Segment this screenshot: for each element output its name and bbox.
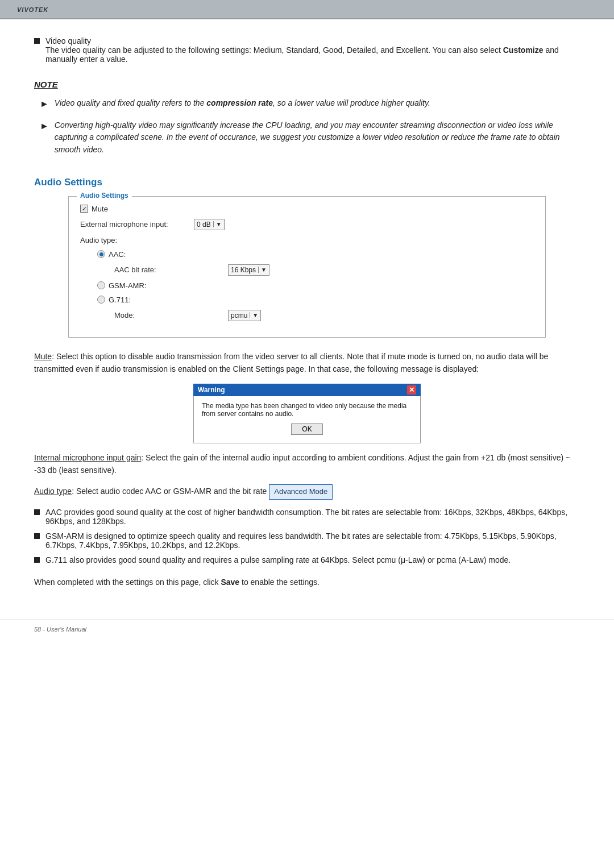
g711-radio[interactable] — [97, 296, 105, 304]
aac-bitrate-select[interactable]: 16 Kbps ▼ — [228, 264, 269, 276]
warning-title-bar: Warning ✕ — [193, 384, 421, 396]
ext-mic-dropdown-arrow: ▼ — [213, 221, 222, 227]
footer-text: 58 - User's Manual — [34, 626, 86, 633]
aac-bitrate-label: AAC bit rate: — [114, 265, 228, 274]
warning-message: The media type has been changed to video… — [202, 402, 412, 418]
ext-mic-label: External microphone input: — [80, 220, 194, 229]
settings-box-title: Audio Settings — [77, 192, 132, 200]
aac-bitrate-arrow: ▼ — [258, 267, 267, 273]
main-content: Video quality The video quality can be a… — [0, 19, 614, 620]
aac-radio-dot — [99, 252, 103, 256]
aac-radio-row: AAC: — [97, 250, 534, 259]
gsm-label: GSM-AMR: — [109, 281, 146, 290]
video-quality-section: Video quality The video quality can be a… — [34, 36, 580, 64]
footer: 58 - User's Manual — [0, 620, 614, 638]
aac-bullet-text: AAC provides good sound quality at the c… — [45, 508, 580, 526]
save-bold: Save — [221, 578, 239, 587]
warning-close-button[interactable]: ✕ — [407, 385, 416, 394]
gsm-radio-row: GSM-AMR: — [97, 281, 534, 290]
mode-select[interactable]: pcmu ▼ — [228, 310, 261, 321]
bullet-icon-aac — [34, 509, 40, 515]
audio-settings-box: Audio Settings ✓ Mute External microphon… — [68, 196, 546, 338]
aac-label: AAC: — [109, 250, 126, 259]
ext-mic-row: External microphone input: 0 dB ▼ — [80, 219, 534, 230]
brand-logo: VIVOTEK — [17, 6, 48, 13]
note-arrow-icon: ► — [40, 97, 49, 111]
audio-type-paragraph: Audio type: Select audio codec AAC or GS… — [34, 484, 580, 500]
final-paragraph: When completed with the settings on this… — [34, 576, 580, 588]
video-quality-text: Video quality The video quality can be a… — [45, 36, 580, 64]
note-item-2: ► Converting high-quality video may sign… — [40, 119, 580, 156]
note-item-1: ► Video quality and fixed quality refers… — [40, 97, 580, 111]
g711-bullet-item: G.711 also provides good sound quality a… — [34, 555, 580, 564]
internal-mic-label: Internal microphone input gain — [34, 453, 141, 462]
note-list: ► Video quality and fixed quality refers… — [40, 97, 580, 156]
g711-radio-row: G.711: — [97, 296, 534, 304]
warning-body: The media type has been changed to video… — [193, 396, 421, 443]
mode-arrow: ▼ — [250, 312, 258, 318]
audio-type-label: Audio type: — [80, 236, 117, 244]
mode-row: Mode: pcmu ▼ — [114, 310, 534, 321]
note-text-2: Converting high-quality video may signif… — [55, 119, 580, 156]
bullet-icon — [34, 38, 40, 44]
gsm-radio-dot — [99, 284, 103, 288]
audio-type-para-text-before: : Select audio codec AAC or GSM-AMR and … — [72, 487, 269, 496]
note-arrow-icon-2: ► — [40, 119, 49, 134]
header-bar: VIVOTEK — [0, 0, 614, 19]
mute-para-text: : Select this option to disable audio tr… — [34, 352, 548, 373]
mute-para-label: Mute — [34, 352, 52, 361]
gsm-bullet-text: GSM-ARM is designed to optimize speech q… — [45, 531, 580, 550]
g711-radio-dot — [99, 298, 103, 302]
g711-label: G.711: — [109, 296, 131, 304]
bullet-icon-g711 — [34, 557, 40, 563]
bullet-icon-gsm — [34, 533, 40, 539]
warning-dialog: Warning ✕ The media type has been change… — [193, 384, 421, 443]
mute-checkbox[interactable]: ✓ — [80, 205, 88, 213]
mute-label: Mute — [92, 205, 108, 213]
mode-label: Mode: — [114, 311, 228, 319]
checkbox-check-icon: ✓ — [82, 205, 87, 213]
final-text-after: to enable the settings. — [239, 578, 320, 587]
mute-paragraph: Mute: Select this option to disable audi… — [34, 350, 580, 376]
mode-value: pcmu — [231, 312, 247, 319]
audio-type-para-label: Audio type — [34, 487, 72, 496]
gsm-bullet-item: GSM-ARM is designed to optimize speech q… — [34, 531, 580, 550]
aac-bitrate-value: 16 Kbps — [231, 266, 256, 274]
gsm-radio[interactable] — [97, 281, 105, 289]
audio-settings-heading: Audio Settings — [34, 177, 580, 188]
mute-row: ✓ Mute — [80, 205, 534, 213]
aac-bitrate-row: AAC bit rate: 16 Kbps ▼ — [114, 264, 534, 276]
aac-radio[interactable] — [97, 250, 105, 258]
ext-mic-value: 0 dB — [197, 221, 211, 229]
internal-mic-paragraph: Internal microphone input gain: Select t… — [34, 451, 580, 477]
ext-mic-select[interactable]: 0 dB ▼ — [194, 219, 225, 230]
note-text-1: Video quality and fixed quality refers t… — [55, 97, 430, 110]
audio-type-row: Audio type: — [80, 236, 534, 244]
advanced-mode-button[interactable]: Advanced Mode — [269, 484, 333, 500]
warning-ok-button[interactable]: OK — [291, 423, 322, 435]
aac-bullet-item: AAC provides good sound quality at the c… — [34, 508, 580, 526]
note-heading: NOTE — [34, 80, 580, 89]
final-text-before: When completed with the settings on this… — [34, 578, 221, 587]
g711-bullet-text: G.711 also provides good sound quality a… — [45, 555, 511, 564]
warning-title: Warning — [198, 386, 225, 394]
